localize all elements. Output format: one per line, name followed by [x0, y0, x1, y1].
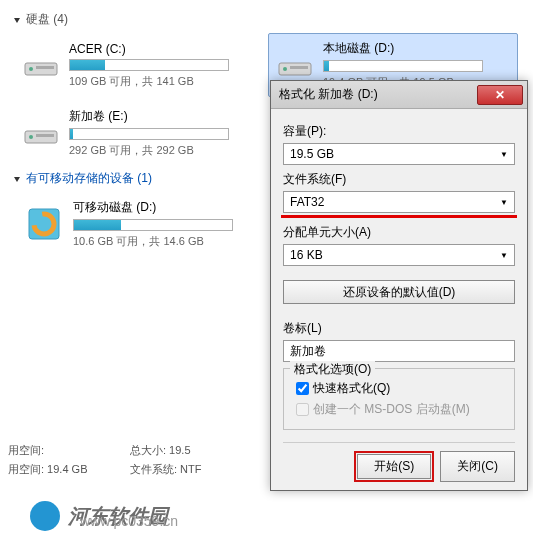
drive-name: ACER (C:) — [69, 42, 255, 56]
svg-point-4 — [283, 67, 287, 71]
highlight-underline — [281, 215, 518, 218]
chevron-down-icon: ▼ — [500, 198, 508, 207]
restore-defaults-button[interactable]: 还原设备的默认值(D) — [283, 280, 515, 304]
watermark-logo-icon — [30, 501, 60, 531]
drive-detail: 292 GB 可用，共 292 GB — [69, 143, 255, 158]
chevron-down-icon: ▼ — [500, 251, 508, 260]
drive-name: 新加卷 (E:) — [69, 108, 255, 125]
disk-section-header[interactable]: 硬盘 (4) — [12, 8, 521, 31]
allocation-label: 分配单元大小(A) — [283, 224, 515, 241]
start-button[interactable]: 开始(S) — [357, 454, 431, 479]
removable-section-label: 有可移动存储的设备 (1) — [26, 170, 152, 187]
quick-format-label: 快速格式化(Q) — [313, 380, 390, 397]
dialog-actions: 开始(S) 关闭(C) — [283, 442, 515, 482]
drive-name: 可移动磁盘 (D:) — [73, 199, 255, 216]
format-dialog: 格式化 新加卷 (D:) ✕ 容量(P): 19.5 GB ▼ 文件系统(F) … — [270, 80, 528, 491]
dialog-titlebar[interactable]: 格式化 新加卷 (D:) ✕ — [271, 81, 527, 109]
capacity-bar — [69, 59, 229, 71]
close-button[interactable]: 关闭(C) — [440, 451, 515, 482]
status-filesystem: 文件系统: NTF — [130, 460, 252, 479]
capacity-select[interactable]: 19.5 GB ▼ — [283, 143, 515, 165]
svg-rect-8 — [36, 134, 54, 137]
dos-disk-label: 创建一个 MS-DOS 启动盘(M) — [313, 401, 470, 418]
svg-point-1 — [29, 67, 33, 71]
svg-rect-5 — [290, 66, 308, 69]
svg-point-7 — [29, 135, 33, 139]
svg-rect-2 — [36, 66, 54, 69]
filesystem-label: 文件系统(F) — [283, 171, 515, 188]
format-options-group: 格式化选项(O) 快速格式化(Q) 创建一个 MS-DOS 启动盘(M) — [283, 368, 515, 430]
chevron-down-icon: ▼ — [500, 150, 508, 159]
allocation-select[interactable]: 16 KB ▼ — [283, 244, 515, 266]
drive-name: 本地磁盘 (D:) — [323, 40, 509, 57]
status-total: 总大小: 19.5 — [130, 441, 252, 460]
drive-detail: 109 GB 可用，共 141 GB — [69, 74, 255, 89]
start-button-highlight: 开始(S) — [354, 451, 434, 482]
status-used-label: 用空间: — [8, 441, 130, 460]
dialog-title: 格式化 新加卷 (D:) — [279, 86, 477, 103]
removable-drive-card[interactable]: 可移动磁盘 (D:) 10.6 GB 可用，共 14.6 GB — [14, 192, 264, 256]
capacity-label: 容量(P): — [283, 123, 515, 140]
drive-detail: 10.6 GB 可用，共 14.6 GB — [73, 234, 255, 249]
dos-disk-checkbox — [296, 403, 309, 416]
drive-icon — [23, 51, 59, 79]
drive-card[interactable]: 新加卷 (E:) 292 GB 可用，共 292 GB — [14, 101, 264, 165]
capacity-bar — [73, 219, 233, 231]
options-legend: 格式化选项(O) — [290, 361, 375, 378]
volume-label-input[interactable] — [283, 340, 515, 362]
quick-format-checkbox[interactable] — [296, 382, 309, 395]
volume-label-text: 卷标(L) — [283, 320, 515, 337]
drive-card[interactable]: ACER (C:) 109 GB 可用，共 141 GB — [14, 33, 264, 97]
watermark-url: www.pc0359.cn — [80, 513, 178, 529]
drive-icon — [23, 119, 59, 147]
capacity-bar — [323, 60, 483, 72]
capacity-bar — [69, 128, 229, 140]
status-bar: 用空间: 总大小: 19.5 用空间: 19.4 GB 文件系统: NTF — [0, 437, 260, 483]
drive-icon — [277, 51, 313, 79]
disk-section-label: 硬盘 (4) — [26, 11, 68, 28]
filesystem-select[interactable]: FAT32 ▼ — [283, 191, 515, 213]
removable-drive-icon — [23, 203, 65, 245]
status-free: 用空间: 19.4 GB — [8, 460, 130, 479]
close-icon[interactable]: ✕ — [477, 85, 523, 105]
